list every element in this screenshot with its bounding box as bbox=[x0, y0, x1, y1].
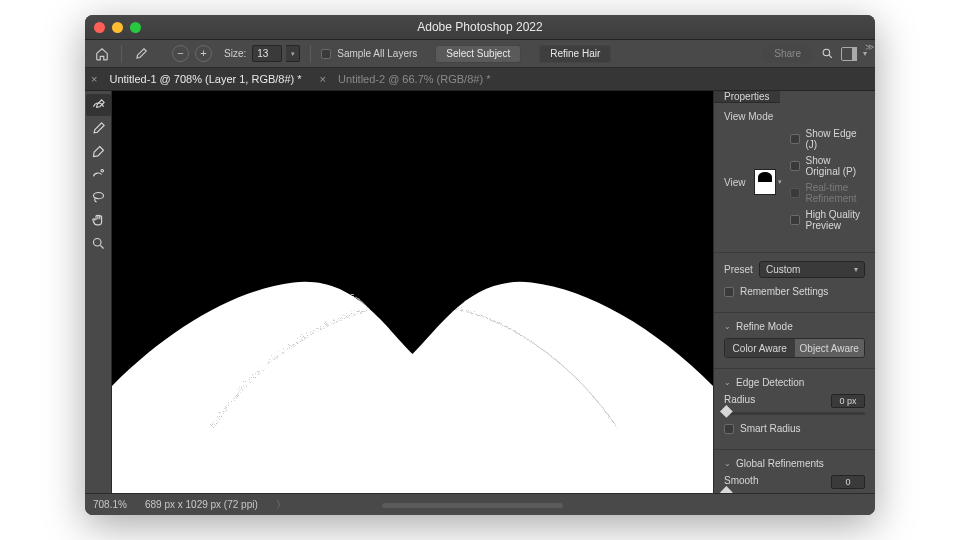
titlebar-disclosure-icon[interactable]: ≫ bbox=[865, 42, 874, 52]
remember-settings-checkbox[interactable] bbox=[724, 287, 734, 297]
refine-hair-button[interactable]: Refine Hair bbox=[539, 45, 611, 63]
smooth-label: Smooth bbox=[724, 475, 758, 489]
preset-label: Preset bbox=[724, 264, 753, 275]
select-subject-button[interactable]: Select Subject bbox=[435, 45, 521, 63]
view-menu-chevron-icon[interactable]: ▾ bbox=[778, 178, 782, 186]
high-quality-preview-checkbox[interactable] bbox=[790, 215, 800, 225]
global-refinements-toggle[interactable]: ⌄Global Refinements bbox=[724, 458, 865, 469]
properties-panel: Properties View Mode View ▾ Show Edge (J… bbox=[713, 91, 875, 493]
object-aware-button[interactable]: Object Aware bbox=[795, 339, 865, 357]
chevron-down-icon: ⌄ bbox=[724, 459, 731, 468]
sample-all-layers-label: Sample All Layers bbox=[337, 48, 417, 59]
sample-all-layers-checkbox[interactable] bbox=[321, 49, 331, 59]
quick-select-tool-icon[interactable] bbox=[86, 94, 111, 116]
show-original-label: Show Original (P) bbox=[806, 155, 866, 177]
view-thumbnail-button[interactable] bbox=[754, 169, 776, 195]
show-edge-label: Show Edge (J) bbox=[806, 128, 866, 150]
brush-minus-button[interactable]: − bbox=[172, 45, 189, 62]
document-tabs: × Untitled-1 @ 708% (Layer 1, RGB/8#) * … bbox=[85, 68, 875, 91]
canvas[interactable] bbox=[112, 91, 713, 493]
edge-detection-toggle[interactable]: ⌄Edge Detection bbox=[724, 377, 865, 388]
size-input[interactable]: 13 bbox=[252, 45, 282, 62]
svg-point-3 bbox=[93, 238, 101, 246]
app-window: Adobe Photoshop 2022 ≫ − + Size: 13 ▾ Sa… bbox=[85, 15, 875, 515]
smart-radius-label: Smart Radius bbox=[740, 423, 801, 434]
tool-palette bbox=[85, 91, 112, 493]
sample-brush-tool-icon[interactable] bbox=[86, 163, 111, 185]
workspace-mode-icon[interactable] bbox=[841, 47, 857, 61]
tab-1[interactable]: Untitled-1 @ 708% (Layer 1, RGB/8#) * bbox=[109, 73, 301, 85]
size-dropdown[interactable]: ▾ bbox=[286, 45, 300, 62]
home-icon[interactable] bbox=[93, 45, 111, 63]
zoom-window-button[interactable] bbox=[130, 22, 141, 33]
close-window-button[interactable] bbox=[94, 22, 105, 33]
brush-plus-button[interactable]: + bbox=[195, 45, 212, 62]
document-dims: 689 px x 1029 px (72 ppi) bbox=[145, 499, 258, 510]
hand-tool-icon[interactable] bbox=[86, 209, 111, 231]
radius-value-input[interactable]: 0 px bbox=[831, 394, 865, 408]
minimize-window-button[interactable] bbox=[112, 22, 123, 33]
radius-label: Radius bbox=[724, 394, 755, 408]
size-label: Size: bbox=[224, 48, 246, 59]
close-tab-1-button[interactable]: × bbox=[89, 73, 99, 85]
tab-2[interactable]: Untitled-2 @ 66.7% (RGB/8#) * bbox=[338, 73, 490, 85]
brush-tool-icon-2[interactable] bbox=[86, 140, 111, 162]
search-icon[interactable] bbox=[819, 46, 835, 62]
options-bar: − + Size: 13 ▾ Sample All Layers Select … bbox=[85, 40, 875, 68]
show-edge-checkbox[interactable] bbox=[790, 134, 800, 144]
svg-point-1 bbox=[101, 169, 104, 172]
lasso-tool-icon[interactable] bbox=[86, 186, 111, 208]
svg-point-0 bbox=[823, 49, 830, 56]
chevron-down-icon: ⌄ bbox=[724, 322, 731, 331]
chevron-down-icon: ⌄ bbox=[724, 378, 731, 387]
smooth-value-input[interactable]: 0 bbox=[831, 475, 865, 489]
refine-mode-toggle[interactable]: ⌄Refine Mode bbox=[724, 321, 865, 332]
zoom-tool-icon[interactable] bbox=[86, 232, 111, 254]
refine-mode-heading: Refine Mode bbox=[736, 321, 793, 332]
realtime-refinement-checkbox bbox=[790, 188, 800, 198]
status-caret-icon[interactable]: 〉 bbox=[276, 498, 286, 512]
window-title: Adobe Photoshop 2022 bbox=[85, 20, 875, 34]
titlebar: Adobe Photoshop 2022 ≫ bbox=[85, 15, 875, 40]
zoom-level[interactable]: 708.1% bbox=[93, 499, 127, 510]
close-tab-2-button[interactable]: × bbox=[318, 73, 328, 85]
share-button[interactable]: Share bbox=[762, 45, 813, 63]
refine-brush-tool-icon[interactable] bbox=[86, 117, 111, 139]
high-quality-preview-label: High Quality Preview bbox=[806, 209, 866, 231]
global-refinements-heading: Global Refinements bbox=[736, 458, 824, 469]
properties-tab[interactable]: Properties bbox=[714, 91, 780, 103]
status-bar: 708.1% 689 px x 1029 px (72 ppi) 〉 bbox=[85, 493, 875, 515]
mask-preview bbox=[112, 223, 713, 493]
show-original-checkbox[interactable] bbox=[790, 161, 800, 171]
remember-settings-label: Remember Settings bbox=[740, 286, 828, 297]
view-label: View bbox=[724, 177, 746, 188]
radius-slider[interactable] bbox=[724, 412, 865, 415]
view-mode-heading: View Mode bbox=[724, 111, 865, 122]
edge-detection-heading: Edge Detection bbox=[736, 377, 804, 388]
color-aware-button[interactable]: Color Aware bbox=[725, 339, 795, 357]
realtime-refinement-label: Real-time Refinement bbox=[806, 182, 866, 204]
smart-radius-checkbox[interactable] bbox=[724, 424, 734, 434]
preset-dropdown[interactable]: Custom bbox=[759, 261, 865, 278]
brush-tool-icon[interactable] bbox=[132, 45, 150, 63]
